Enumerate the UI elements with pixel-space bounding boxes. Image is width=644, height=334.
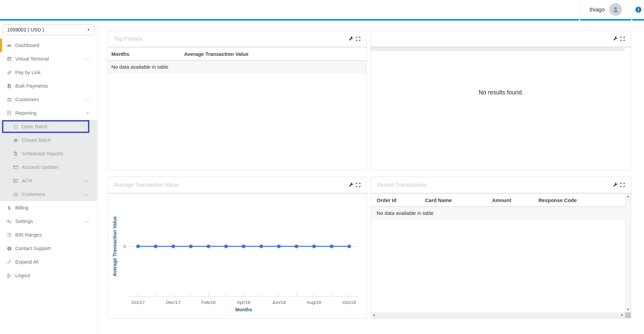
info-circle-icon	[635, 6, 642, 13]
sidebar: 1059002 ( USD ) ▼ Dashboard Virtual Term…	[0, 21, 98, 334]
scroll-up-icon[interactable]	[627, 195, 629, 197]
panel-results: No results found.	[371, 30, 631, 170]
sidebar-item-bulk-payments[interactable]: Bulk Payments	[0, 79, 97, 93]
username: thiago	[590, 6, 605, 13]
sidebar-item-customers-sub[interactable]: Customers	[0, 187, 97, 201]
wrench-icon[interactable]	[349, 182, 354, 187]
svg-text:Aug/18: Aug/18	[307, 300, 321, 305]
svg-text:0: 0	[123, 244, 126, 249]
svg-text:Average Transaction Value: Average Transaction Value	[112, 216, 117, 276]
sidebar-item-settings[interactable]: Settings	[0, 215, 97, 228]
sidebar-nav: Dashboard Virtual Terminal Pay by Link B…	[0, 39, 97, 282]
scroll-down-icon[interactable]	[627, 309, 629, 311]
reporting-icon	[6, 111, 12, 115]
svg-text:Oct/17: Oct/17	[131, 300, 145, 305]
settings-gears-icon	[6, 219, 12, 224]
account-select-value: 1059002 ( USD )	[7, 27, 44, 32]
open-batch-icon	[13, 124, 19, 129]
question-circle-icon: ?	[6, 246, 12, 251]
fullscreen-icon[interactable]	[620, 182, 625, 187]
active-accent-bar	[0, 39, 2, 52]
sidebar-item-contact-support[interactable]: ? Contact Support	[0, 242, 97, 255]
sidebar-item-label: Contact Support	[15, 246, 97, 251]
account-updater-icon	[13, 164, 19, 170]
svg-text:Apr/18: Apr/18	[237, 300, 250, 305]
sidebar-item-label: Reporting	[15, 110, 97, 116]
sidebar-item-label: Expand All	[15, 259, 97, 265]
user-menu[interactable]: thiago	[580, 0, 631, 21]
fullscreen-icon[interactable]	[620, 36, 625, 41]
table-header: Months Average Transaction Value	[108, 47, 367, 61]
vertical-scrollbar[interactable]	[625, 194, 631, 312]
sidebar-item-label: BIN Ranges	[15, 232, 97, 238]
sidebar-item-closed-batch[interactable]: Closed Batch	[0, 133, 97, 147]
sidebar-item-customers[interactable]: Customers	[0, 93, 97, 106]
collapse-close-icon[interactable]: ×	[86, 110, 89, 116]
panel-title: Top Periods	[114, 36, 142, 42]
sidebar-item-logout[interactable]: Logout	[0, 269, 97, 282]
column-header: Card Name	[425, 197, 492, 203]
dashboard-icon	[6, 43, 12, 48]
column-header: Months	[108, 51, 184, 57]
bin-ranges-list-icon	[6, 232, 12, 238]
empty-header-stripe	[371, 47, 625, 51]
horizontal-scrollbar[interactable]	[371, 312, 625, 318]
scrollbar-corner	[625, 312, 631, 318]
billing-icon: $	[6, 205, 12, 211]
panel-title: Recent Transactions	[377, 182, 426, 188]
sidebar-item-account-updater[interactable]: Account Updater	[0, 160, 97, 174]
column-header: Order Id	[371, 197, 425, 203]
panel-title: Average Transaction Value	[114, 182, 178, 188]
wrench-icon[interactable]	[349, 36, 354, 41]
avg-transaction-chart: Oct/17Dec/17Feb/18Apr/18Jun/18Aug/18Oct/…	[108, 194, 366, 318]
customers-icon	[13, 192, 19, 197]
wrench-icon[interactable]	[613, 36, 618, 41]
sidebar-item-open-batch[interactable]: Open Batch	[0, 120, 97, 133]
no-results-message: No results found.	[371, 89, 631, 96]
sidebar-item-billing[interactable]: $ Billing	[0, 201, 97, 215]
sidebar-item-pay-by-link[interactable]: Pay by Link	[0, 66, 97, 79]
column-header: Average Transaction Value	[184, 51, 367, 57]
closed-batch-icon	[13, 138, 19, 143]
account-select[interactable]: 1059002 ( USD ) ▼	[3, 24, 94, 35]
bulk-payments-icon	[6, 84, 12, 88]
ach-icon	[13, 178, 19, 183]
sidebar-item-ach[interactable]: ACH	[0, 174, 97, 187]
fullscreen-icon[interactable]	[356, 36, 361, 41]
scroll-left-icon[interactable]	[373, 314, 375, 316]
info-button[interactable]	[632, 0, 644, 21]
panel-avg-transaction-value: Average Transaction Value Oct/17Dec/17Fe…	[108, 177, 367, 318]
svg-text:Dec/17: Dec/17	[166, 300, 181, 305]
column-header: Response Code	[538, 197, 625, 203]
panel-top-periods: Top Periods Months Average Transaction V…	[108, 30, 367, 170]
sidebar-item-label: Bulk Payments	[15, 83, 97, 89]
fullscreen-icon[interactable]	[356, 182, 361, 187]
sidebar-item-expand-all[interactable]: Expand All	[0, 255, 97, 269]
wrench-icon[interactable]	[613, 182, 618, 187]
sidebar-item-dashboard[interactable]: Dashboard	[0, 39, 97, 52]
expand-arrows-icon	[6, 260, 12, 264]
topbar-spacer	[0, 0, 579, 21]
user-icon	[612, 6, 619, 13]
table-header: Order Id Card Name Amount Response Code	[371, 194, 625, 207]
customers-icon	[6, 97, 12, 103]
sidebar-item-label: Closed Batch	[22, 137, 97, 143]
sidebar-item-label: Logout	[15, 273, 97, 278]
scheduled-reports-icon	[13, 151, 19, 156]
sidebar-item-label: Billing	[15, 205, 97, 210]
sidebar-item-virtual-terminal[interactable]: Virtual Terminal	[0, 52, 97, 66]
svg-text:Months: Months	[235, 307, 252, 312]
svg-text:?: ?	[8, 247, 10, 250]
avatar[interactable]	[609, 3, 622, 16]
sidebar-item-scheduled-reports[interactable]: Scheduled Reports	[0, 147, 97, 160]
sidebar-item-bin-ranges[interactable]: BIN Ranges	[0, 228, 97, 242]
sidebar-item-label: Scheduled Reports	[22, 151, 97, 156]
sidebar-item-reporting[interactable]: Reporting ×	[0, 106, 97, 120]
topbar: thiago	[0, 0, 644, 21]
scroll-right-icon[interactable]	[621, 314, 623, 316]
pay-by-link-icon	[6, 70, 12, 75]
virtual-terminal-icon	[6, 57, 12, 62]
sidebar-item-label: Account Updater	[22, 164, 97, 170]
sidebar-item-label: Dashboard	[15, 43, 97, 48]
reporting-submenu: Open Batch Closed Batch Scheduled Report…	[0, 120, 97, 201]
